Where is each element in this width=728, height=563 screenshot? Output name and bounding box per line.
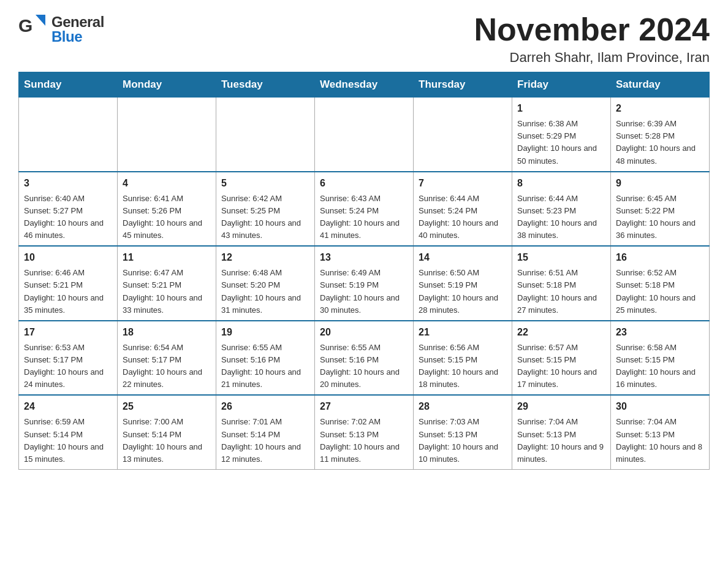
day-number: 21	[419, 325, 507, 340]
calendar-cell: 26Sunrise: 7:01 AM Sunset: 5:14 PM Dayli…	[216, 395, 315, 469]
day-of-week-header: Friday	[512, 72, 611, 98]
calendar-cell	[216, 98, 315, 172]
day-number: 23	[616, 325, 704, 340]
day-info: Sunrise: 7:04 AM Sunset: 5:13 PM Dayligh…	[616, 416, 704, 465]
day-info: Sunrise: 7:00 AM Sunset: 5:14 PM Dayligh…	[123, 416, 211, 465]
day-info: Sunrise: 6:52 AM Sunset: 5:18 PM Dayligh…	[616, 267, 704, 316]
calendar-week-row: 1Sunrise: 6:38 AM Sunset: 5:29 PM Daylig…	[19, 98, 710, 172]
calendar-table: SundayMondayTuesdayWednesdayThursdayFrid…	[18, 72, 710, 470]
day-number: 7	[419, 176, 507, 191]
logo-blue-text: Blue	[51, 29, 104, 44]
logo-general-text: General	[51, 15, 104, 29]
day-number: 15	[517, 250, 605, 265]
day-number: 12	[221, 250, 309, 265]
day-number: 14	[419, 250, 507, 265]
calendar-cell: 25Sunrise: 7:00 AM Sunset: 5:14 PM Dayli…	[118, 395, 216, 469]
day-info: Sunrise: 6:40 AM Sunset: 5:27 PM Dayligh…	[24, 193, 112, 242]
day-info: Sunrise: 7:03 AM Sunset: 5:13 PM Dayligh…	[419, 416, 507, 465]
calendar-cell: 21Sunrise: 6:56 AM Sunset: 5:15 PM Dayli…	[414, 321, 512, 396]
logo-name: General Blue	[51, 15, 104, 44]
day-number: 3	[24, 176, 112, 191]
calendar-cell: 7Sunrise: 6:44 AM Sunset: 5:24 PM Daylig…	[414, 172, 512, 247]
day-info: Sunrise: 6:54 AM Sunset: 5:17 PM Dayligh…	[123, 342, 211, 391]
day-number: 24	[24, 399, 112, 414]
page-header: G General Blue November 2024 Darreh Shah…	[18, 12, 710, 66]
day-info: Sunrise: 7:01 AM Sunset: 5:14 PM Dayligh…	[221, 416, 309, 465]
day-info: Sunrise: 6:47 AM Sunset: 5:21 PM Dayligh…	[123, 267, 211, 316]
day-info: Sunrise: 6:42 AM Sunset: 5:25 PM Dayligh…	[221, 193, 309, 242]
day-info: Sunrise: 6:46 AM Sunset: 5:21 PM Dayligh…	[24, 267, 112, 316]
calendar-cell: 6Sunrise: 6:43 AM Sunset: 5:24 PM Daylig…	[315, 172, 414, 247]
calendar-cell: 18Sunrise: 6:54 AM Sunset: 5:17 PM Dayli…	[118, 321, 216, 396]
day-number: 20	[320, 325, 408, 340]
calendar-cell: 17Sunrise: 6:53 AM Sunset: 5:17 PM Dayli…	[19, 321, 118, 396]
calendar-week-row: 24Sunrise: 6:59 AM Sunset: 5:14 PM Dayli…	[19, 395, 710, 469]
day-info: Sunrise: 6:48 AM Sunset: 5:20 PM Dayligh…	[221, 267, 309, 316]
day-of-week-header: Sunday	[19, 72, 118, 98]
day-info: Sunrise: 6:44 AM Sunset: 5:23 PM Dayligh…	[517, 193, 605, 242]
calendar-cell: 27Sunrise: 7:02 AM Sunset: 5:13 PM Dayli…	[315, 395, 414, 469]
day-number: 29	[517, 399, 605, 414]
calendar-cell: 29Sunrise: 7:04 AM Sunset: 5:13 PM Dayli…	[512, 395, 611, 469]
day-number: 13	[320, 250, 408, 265]
day-of-week-header: Saturday	[611, 72, 710, 98]
day-number: 28	[419, 399, 507, 414]
calendar-cell: 14Sunrise: 6:50 AM Sunset: 5:19 PM Dayli…	[414, 246, 512, 321]
day-number: 6	[320, 176, 408, 191]
calendar-cell: 20Sunrise: 6:55 AM Sunset: 5:16 PM Dayli…	[315, 321, 414, 396]
calendar-cell: 15Sunrise: 6:51 AM Sunset: 5:18 PM Dayli…	[512, 246, 611, 321]
day-info: Sunrise: 6:58 AM Sunset: 5:15 PM Dayligh…	[616, 342, 704, 391]
day-of-week-header: Tuesday	[216, 72, 315, 98]
calendar-cell: 5Sunrise: 6:42 AM Sunset: 5:25 PM Daylig…	[216, 172, 315, 247]
calendar-cell: 12Sunrise: 6:48 AM Sunset: 5:20 PM Dayli…	[216, 246, 315, 321]
day-info: Sunrise: 6:53 AM Sunset: 5:17 PM Dayligh…	[24, 342, 112, 391]
day-info: Sunrise: 6:38 AM Sunset: 5:29 PM Dayligh…	[517, 118, 605, 167]
location-subtitle: Darreh Shahr, Ilam Province, Iran	[474, 50, 710, 66]
day-number: 11	[123, 250, 211, 265]
calendar-cell: 13Sunrise: 6:49 AM Sunset: 5:19 PM Dayli…	[315, 246, 414, 321]
day-info: Sunrise: 6:39 AM Sunset: 5:28 PM Dayligh…	[616, 118, 704, 167]
day-info: Sunrise: 6:49 AM Sunset: 5:19 PM Dayligh…	[320, 267, 408, 316]
calendar-cell: 4Sunrise: 6:41 AM Sunset: 5:26 PM Daylig…	[118, 172, 216, 247]
calendar-cell: 22Sunrise: 6:57 AM Sunset: 5:15 PM Dayli…	[512, 321, 611, 396]
logo-icon: G	[18, 12, 49, 46]
calendar-cell: 11Sunrise: 6:47 AM Sunset: 5:21 PM Dayli…	[118, 246, 216, 321]
day-info: Sunrise: 6:45 AM Sunset: 5:22 PM Dayligh…	[616, 193, 704, 242]
day-info: Sunrise: 6:55 AM Sunset: 5:16 PM Dayligh…	[320, 342, 408, 391]
day-number: 25	[123, 399, 211, 414]
day-number: 19	[221, 325, 309, 340]
calendar-week-row: 17Sunrise: 6:53 AM Sunset: 5:17 PM Dayli…	[19, 321, 710, 396]
day-info: Sunrise: 6:43 AM Sunset: 5:24 PM Dayligh…	[320, 193, 408, 242]
calendar-header-row: SundayMondayTuesdayWednesdayThursdayFrid…	[19, 72, 710, 98]
calendar-cell: 30Sunrise: 7:04 AM Sunset: 5:13 PM Dayli…	[611, 395, 710, 469]
day-number: 10	[24, 250, 112, 265]
day-info: Sunrise: 7:02 AM Sunset: 5:13 PM Dayligh…	[320, 416, 408, 465]
calendar-cell	[118, 98, 216, 172]
day-number: 8	[517, 176, 605, 191]
day-number: 30	[616, 399, 704, 414]
day-number: 1	[517, 101, 605, 116]
day-number: 26	[221, 399, 309, 414]
calendar-cell: 19Sunrise: 6:55 AM Sunset: 5:16 PM Dayli…	[216, 321, 315, 396]
calendar-cell	[414, 98, 512, 172]
calendar-cell: 3Sunrise: 6:40 AM Sunset: 5:27 PM Daylig…	[19, 172, 118, 247]
day-number: 4	[123, 176, 211, 191]
day-number: 9	[616, 176, 704, 191]
day-number: 5	[221, 176, 309, 191]
day-of-week-header: Thursday	[414, 72, 512, 98]
day-of-week-header: Monday	[118, 72, 216, 98]
calendar-cell: 23Sunrise: 6:58 AM Sunset: 5:15 PM Dayli…	[611, 321, 710, 396]
day-number: 2	[616, 101, 704, 116]
day-number: 18	[123, 325, 211, 340]
day-info: Sunrise: 6:51 AM Sunset: 5:18 PM Dayligh…	[517, 267, 605, 316]
day-number: 16	[616, 250, 704, 265]
day-info: Sunrise: 6:44 AM Sunset: 5:24 PM Dayligh…	[419, 193, 507, 242]
calendar-cell: 16Sunrise: 6:52 AM Sunset: 5:18 PM Dayli…	[611, 246, 710, 321]
svg-text:G: G	[18, 15, 32, 36]
svg-marker-1	[36, 15, 45, 26]
calendar-cell: 10Sunrise: 6:46 AM Sunset: 5:21 PM Dayli…	[19, 246, 118, 321]
day-number: 27	[320, 399, 408, 414]
calendar-week-row: 3Sunrise: 6:40 AM Sunset: 5:27 PM Daylig…	[19, 172, 710, 247]
day-of-week-header: Wednesday	[315, 72, 414, 98]
calendar-cell: 24Sunrise: 6:59 AM Sunset: 5:14 PM Dayli…	[19, 395, 118, 469]
